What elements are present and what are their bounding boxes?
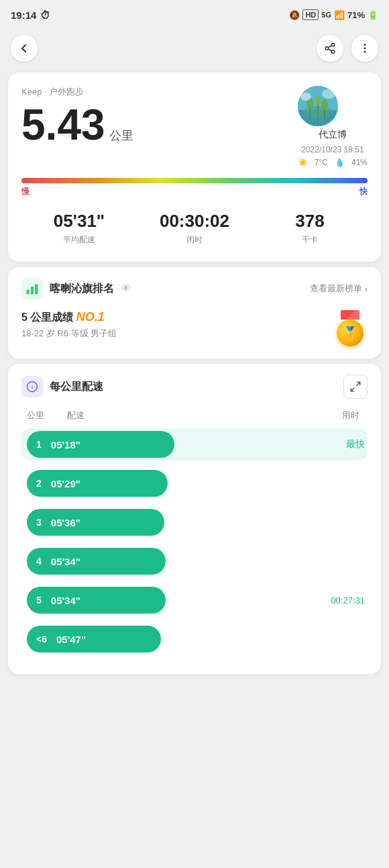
pace-table-header: 公里 配速 用时 [21, 409, 368, 422]
status-time: 19:14 [11, 9, 36, 21]
view-latest-btn[interactable]: 查看最新榜单 › [310, 283, 368, 295]
run-date: 2022/10/23 18:51 [298, 144, 368, 156]
stats-row: 05'31" 平均配速 00:30:02 闭时 378 千卡 [21, 211, 368, 246]
svg-point-18 [322, 89, 335, 99]
svg-point-17 [300, 93, 311, 101]
pace-bar-1: 1 05'18" [27, 431, 174, 458]
medal-icon: 🥇 [333, 310, 368, 345]
pace-bar-6: <6 05'47" [27, 626, 161, 653]
svg-text:i: i [32, 384, 33, 390]
pace-cumtime-5: 00:27:31 [331, 595, 365, 606]
hd-label: HD [302, 9, 319, 20]
speed-fast-label: 快 [359, 186, 368, 197]
svg-point-7 [364, 51, 366, 53]
svg-line-4 [328, 46, 331, 48]
user-name: 代立博 [298, 129, 368, 141]
stat-value-duration: 00:30:02 [137, 211, 252, 232]
visibility-icon[interactable]: 👁 [121, 283, 131, 295]
svg-point-0 [331, 44, 335, 47]
speed-slow-label: 慢 [21, 186, 30, 197]
stat-label-calories: 千卡 [252, 234, 368, 246]
chevron-right-icon: › [365, 284, 368, 294]
stat-avg-pace: 05'31" 平均配速 [21, 211, 137, 246]
pace-row-5: 5 05'34" 00:27:31 [21, 584, 368, 616]
pace-card: i 每公里配速 公里 配速 用时 1 05'18" 最快 2 [8, 364, 381, 674]
mute-icon: 🔕 [289, 10, 300, 20]
speed-bar [21, 178, 368, 183]
svg-point-1 [325, 47, 329, 50]
stat-duration: 00:30:02 闭时 [137, 211, 252, 246]
stat-value-calories: 378 [252, 211, 368, 232]
expand-button[interactable] [343, 375, 368, 399]
back-button[interactable] [11, 35, 38, 62]
ranking-card: 喀喇沁旗排名 👁 查看最新榜单 › 5 公里成绩 NO.1 18-22 岁 R6… [8, 267, 381, 358]
timer-icon: ⏱ [40, 9, 50, 21]
svg-line-24 [357, 382, 360, 385]
run-stats-card: Keep · 户外跑步 5.43 公里 [8, 73, 381, 262]
temperature: 7°C [315, 158, 328, 167]
svg-rect-21 [35, 285, 38, 295]
svg-rect-19 [27, 290, 30, 295]
ranking-sub: 18-22 岁 R6 等级 男子组 [21, 328, 117, 340]
pace-row-3: 3 05'36" [21, 506, 368, 538]
svg-point-2 [331, 50, 335, 54]
stat-label-pace: 平均配速 [21, 234, 137, 246]
fastest-label: 最快 [346, 438, 365, 450]
ranking-title: 喀喇沁旗排名 [50, 282, 114, 296]
stat-label-duration: 闭时 [137, 234, 252, 246]
battery-level: 71% [347, 10, 365, 20]
pace-bar-4: 4 05'34" [27, 548, 166, 575]
water-icon: 💧 [335, 158, 345, 167]
svg-point-14 [315, 96, 321, 105]
svg-point-5 [364, 44, 366, 46]
svg-point-6 [364, 48, 366, 50]
ranking-icon [21, 278, 43, 299]
wifi-icon: 📶 [334, 10, 345, 20]
share-button[interactable] [317, 35, 343, 62]
app-label: Keep · 户外跑步 [21, 86, 298, 98]
distance-number: 5.43 [21, 103, 105, 146]
pace-bar-2: 2 05'29" [27, 470, 168, 497]
ranking-main: 5 公里成绩 NO.1 [21, 310, 117, 325]
more-button[interactable] [351, 35, 378, 62]
pace-bar-3: 3 05'36" [27, 509, 164, 536]
top-nav [0, 30, 389, 67]
svg-line-3 [328, 49, 331, 51]
battery-icon: 🔋 [368, 10, 378, 20]
pace-title: 每公里配速 [50, 380, 103, 394]
distance-unit: 公里 [109, 128, 133, 144]
ranking-highlight: NO.1 [76, 310, 105, 324]
svg-line-25 [351, 388, 354, 391]
pace-row-2: 2 05'29" [21, 467, 368, 499]
pace-row-4: 4 05'34" [21, 545, 368, 577]
pace-row-6: <6 05'47" [21, 623, 368, 655]
pace-row-1: 1 05'18" 最快 [21, 428, 368, 461]
humidity: 41% [351, 158, 368, 167]
pace-bar-5: 5 05'34" [27, 587, 166, 614]
stat-value-pace: 05'31" [21, 211, 137, 232]
sun-icon: ☀️ [298, 158, 308, 167]
status-bar: 19:14 ⏱ 🔕 HD 5G 📶 71% 🔋 [0, 0, 389, 30]
avatar [298, 86, 338, 126]
signal-5g: 5G [321, 11, 331, 19]
pace-icon: i [21, 376, 43, 397]
svg-point-16 [321, 99, 328, 110]
svg-rect-20 [31, 287, 34, 295]
stat-calories: 378 千卡 [252, 211, 368, 246]
